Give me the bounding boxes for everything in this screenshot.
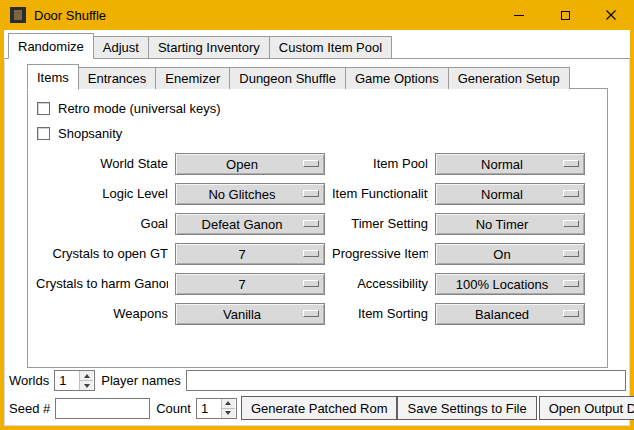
- tab-entrances[interactable]: Entrances: [78, 67, 157, 89]
- seed-input[interactable]: [55, 398, 150, 419]
- items-tab-panel: Retro mode (universal keys) Shopsanity W…: [27, 88, 608, 368]
- count-spin-buttons: [221, 399, 235, 418]
- item-pool-value: Normal: [481, 157, 523, 172]
- dropdown-indicator-icon: [303, 280, 319, 287]
- option-menu-accessibility[interactable]: 100% Locations: [435, 273, 585, 295]
- tab-items[interactable]: Items: [27, 64, 79, 90]
- inner-tab-bar: Items Entrances Enemizer Dungeon Shuffle…: [27, 64, 608, 89]
- window-content: Randomize Adjust Starting Inventory Cust…: [4, 30, 630, 426]
- minimize-icon: [514, 15, 524, 16]
- count-spinbox[interactable]: [196, 398, 237, 419]
- label-item-pool: Item Pool: [332, 153, 428, 175]
- retro-mode-checkbox-box[interactable]: [37, 102, 50, 115]
- crystals-open-gt-value: 7: [238, 247, 245, 262]
- logic-level-value: No Glitches: [208, 187, 275, 202]
- spin-up-icon: [84, 374, 90, 378]
- window-title: Door Shuffle: [34, 8, 106, 23]
- dropdown-indicator-icon: [303, 310, 319, 317]
- save-settings-button[interactable]: Save Settings to File: [397, 396, 536, 420]
- player-names-label: Player names: [101, 373, 180, 388]
- tab-starting-inventory[interactable]: Starting Inventory: [148, 36, 270, 58]
- maximize-button[interactable]: [542, 0, 588, 30]
- worlds-spin-buttons: [79, 371, 93, 390]
- checkbox-shopsanity[interactable]: Shopsanity: [37, 122, 599, 145]
- option-menu-item-sorting[interactable]: Balanced: [435, 303, 585, 325]
- option-menu-progressive-items[interactable]: On: [435, 243, 585, 265]
- spin-up-icon: [225, 401, 231, 405]
- count-input[interactable]: [197, 399, 221, 418]
- label-progressive-items: Progressive Items: [332, 243, 428, 265]
- tab-dungeon-shuffle[interactable]: Dungeon Shuffle: [229, 67, 346, 89]
- titlebar[interactable]: Door Shuffle: [0, 0, 634, 30]
- timer-setting-value: No Timer: [476, 217, 529, 232]
- maximize-icon: [561, 11, 570, 20]
- app-window: Door Shuffle Randomize Adjust Starting I…: [0, 0, 634, 430]
- label-accessibility: Accessibility: [332, 273, 428, 295]
- label-item-functionality: Item Functionality: [332, 183, 428, 205]
- dropdown-indicator-icon: [303, 220, 319, 227]
- shopsanity-checkbox-box[interactable]: [37, 127, 50, 140]
- window-controls: [496, 0, 634, 30]
- dropdown-indicator-icon: [303, 160, 319, 167]
- worlds-input[interactable]: [55, 371, 79, 390]
- tab-enemizer[interactable]: Enemizer: [155, 67, 230, 89]
- tab-adjust[interactable]: Adjust: [93, 36, 149, 58]
- label-timer-setting: Timer Setting: [332, 213, 428, 235]
- generate-rom-button[interactable]: Generate Patched Rom: [241, 396, 398, 420]
- item-sorting-value: Balanced: [475, 307, 529, 322]
- options-grid: World State Open Item Pool Normal Logic …: [36, 153, 599, 325]
- option-menu-item-pool[interactable]: Normal: [435, 153, 585, 175]
- option-menu-crystals-open-gt[interactable]: 7: [175, 243, 325, 265]
- dropdown-indicator-icon: [563, 250, 579, 257]
- tab-randomize[interactable]: Randomize: [8, 33, 94, 59]
- dropdown-indicator-icon: [303, 190, 319, 197]
- outer-tab-bar: Randomize Adjust Starting Inventory Cust…: [4, 30, 630, 58]
- tab-generation-setup[interactable]: Generation Setup: [448, 67, 570, 89]
- close-button[interactable]: [588, 0, 634, 30]
- label-goal: Goal: [36, 213, 168, 235]
- dropdown-indicator-icon: [563, 310, 579, 317]
- option-menu-weapons[interactable]: Vanilla: [175, 303, 325, 325]
- minimize-button[interactable]: [496, 0, 542, 30]
- tab-game-options[interactable]: Game Options: [345, 67, 449, 89]
- label-weapons: Weapons: [36, 303, 168, 325]
- goal-value: Defeat Ganon: [202, 217, 283, 232]
- spin-down-icon: [84, 384, 90, 388]
- accessibility-value: 100% Locations: [456, 277, 549, 292]
- option-menu-world-state[interactable]: Open: [175, 153, 325, 175]
- count-spin-up-button[interactable]: [222, 399, 235, 409]
- option-menu-timer-setting[interactable]: No Timer: [435, 213, 585, 235]
- checkbox-retro-mode[interactable]: Retro mode (universal keys): [37, 97, 599, 120]
- spin-down-icon: [225, 411, 231, 415]
- open-output-button[interactable]: Open Output Directory: [539, 396, 634, 420]
- count-label: Count: [156, 401, 191, 416]
- dropdown-indicator-icon: [563, 220, 579, 227]
- worlds-label: Worlds: [9, 373, 49, 388]
- shopsanity-label: Shopsanity: [58, 126, 122, 141]
- count-spin-down-button[interactable]: [222, 409, 235, 418]
- label-crystals-harm-ganon: Crystals to harm Ganon: [36, 273, 168, 295]
- tab-custom-item-pool[interactable]: Custom Item Pool: [269, 36, 392, 58]
- dropdown-indicator-icon: [303, 250, 319, 257]
- option-menu-logic-level[interactable]: No Glitches: [175, 183, 325, 205]
- worlds-spinbox[interactable]: [54, 370, 95, 391]
- seed-row: Seed # Count Generate Patched Rom Save S…: [9, 396, 626, 420]
- crystals-harm-ganon-value: 7: [238, 277, 245, 292]
- dropdown-indicator-icon: [563, 190, 579, 197]
- worlds-spin-up-button[interactable]: [80, 371, 93, 381]
- player-names-input[interactable]: [186, 370, 626, 391]
- worlds-spin-down-button[interactable]: [80, 381, 93, 390]
- weapons-value: Vanilla: [223, 307, 261, 322]
- label-world-state: World State: [36, 153, 168, 175]
- option-menu-crystals-harm-ganon[interactable]: 7: [175, 273, 325, 295]
- label-crystals-open-gt: Crystals to open GT: [36, 243, 168, 265]
- dropdown-indicator-icon: [563, 280, 579, 287]
- close-icon: [606, 10, 616, 20]
- inner-notebook: Items Entrances Enemizer Dungeon Shuffle…: [27, 64, 608, 368]
- seed-label: Seed #: [9, 401, 50, 416]
- option-menu-goal[interactable]: Defeat Ganon: [175, 213, 325, 235]
- bottom-controls: Worlds Player names Seed # Count: [5, 370, 629, 425]
- retro-mode-label: Retro mode (universal keys): [58, 101, 221, 116]
- option-menu-item-functionality[interactable]: Normal: [435, 183, 585, 205]
- randomize-tab-panel: Items Entrances Enemizer Dungeon Shuffle…: [4, 58, 630, 426]
